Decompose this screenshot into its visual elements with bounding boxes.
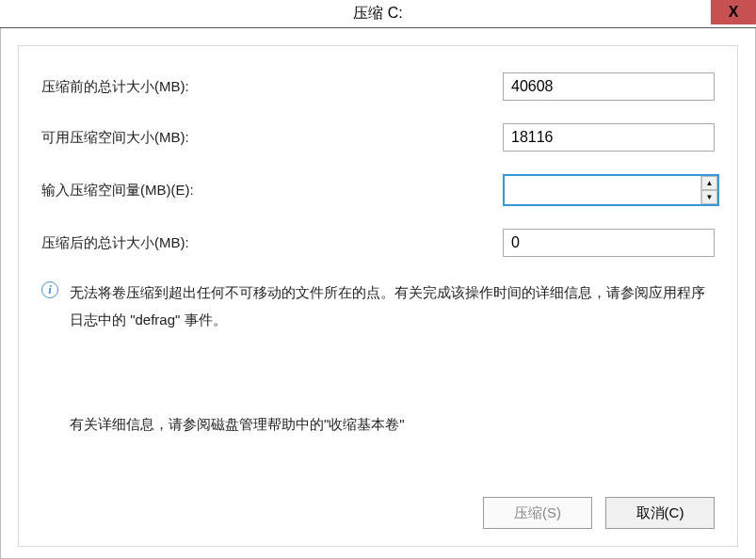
dialog-inner: 压缩前的总计大小(MB): 40608 可用压缩空间大小(MB): 18116 …	[18, 45, 738, 547]
label-input-amount: 输入压缩空间量(MB)(E):	[41, 182, 503, 200]
button-row: 压缩(S) 取消(C)	[483, 497, 715, 529]
label-available: 可用压缩空间大小(MB):	[41, 129, 503, 147]
shrink-button[interactable]: 压缩(S)	[483, 497, 592, 529]
info-text: 无法将卷压缩到超出任何不可移动的文件所在的点。有关完成该操作时间的详细信息，请参…	[70, 280, 715, 333]
spinner-down-button[interactable]: ▼	[701, 190, 717, 204]
spinner-buttons: ▲ ▼	[700, 176, 717, 204]
label-total-after: 压缩后的总计大小(MB):	[41, 234, 503, 252]
chevron-up-icon: ▲	[706, 180, 714, 187]
close-button[interactable]: X	[711, 0, 756, 24]
row-available: 可用压缩空间大小(MB): 18116	[41, 123, 715, 152]
detail-text: 有关详细信息，请参阅磁盘管理帮助中的"收缩基本卷"	[70, 416, 715, 434]
row-total-after: 压缩后的总计大小(MB): 0	[41, 229, 715, 257]
value-total-after: 0	[503, 229, 715, 257]
shrink-amount-spinner[interactable]: ▲ ▼	[503, 174, 719, 206]
dialog-body: 压缩前的总计大小(MB): 40608 可用压缩空间大小(MB): 18116 …	[0, 28, 756, 559]
spinner-up-button[interactable]: ▲	[701, 176, 717, 190]
value-total-before: 40608	[503, 72, 715, 101]
window-title: 压缩 C:	[353, 4, 402, 24]
cancel-button[interactable]: 取消(C)	[605, 497, 715, 529]
info-icon: i	[41, 281, 58, 298]
row-total-before: 压缩前的总计大小(MB): 40608	[41, 72, 715, 101]
shrink-amount-input[interactable]	[505, 176, 700, 204]
info-row: i 无法将卷压缩到超出任何不可移动的文件所在的点。有关完成该操作时间的详细信息，…	[41, 280, 715, 333]
label-total-before: 压缩前的总计大小(MB):	[41, 78, 503, 96]
row-input-amount: 输入压缩空间量(MB)(E): ▲ ▼	[41, 174, 715, 206]
titlebar: 压缩 C: X	[0, 0, 756, 28]
chevron-down-icon: ▼	[706, 194, 714, 201]
close-icon: X	[729, 4, 739, 21]
value-available: 18116	[503, 123, 715, 152]
